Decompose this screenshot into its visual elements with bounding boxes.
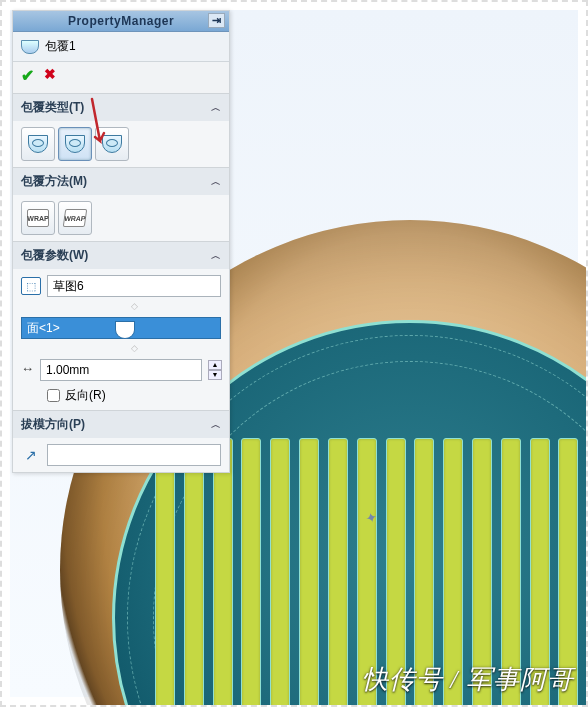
panel-title: PropertyManager ⇥ [13,11,229,32]
cancel-button[interactable]: ✖ [44,66,56,85]
wrap-method-analytical[interactable]: WRAP [21,201,55,235]
wrap-type-emboss[interactable] [21,127,55,161]
slider-handle-icon[interactable]: ◇ [47,301,221,311]
chevron-up-icon: ︿ [211,418,221,432]
reverse-checkbox-row[interactable]: 反向(R) [47,387,221,404]
section-wrap-method[interactable]: 包覆方法(M)︿ [13,168,229,195]
distance-icon: ↔ [21,361,34,379]
section-wrap-type[interactable]: 包覆类型(T)︿ [13,94,229,121]
direction-arrow-icon: ↗ [21,447,41,463]
pull-direction-field[interactable] [47,444,221,466]
section-pull-direction[interactable]: 拔模方向(P)︿ [13,411,229,438]
distance-input[interactable] [40,359,202,381]
chevron-up-icon: ︿ [211,175,221,189]
wrap-method-spline[interactable]: WRAP [58,201,92,235]
property-manager-panel: PropertyManager ⇥ 包覆1 ✔ ✖ 包覆类型(T)︿ 包覆方法(… [12,10,230,473]
slider-handle-icon[interactable]: ◇ [47,343,221,353]
wrap-type-scribe[interactable] [95,127,129,161]
spin-down[interactable]: ▼ [208,370,222,380]
chevron-up-icon: ︿ [211,249,221,263]
sketch-icon: ⬚ [21,277,41,295]
feature-name: 包覆1 [45,38,76,55]
section-wrap-params[interactable]: 包覆参数(W)︿ [13,242,229,269]
chevron-up-icon: ︿ [211,101,221,115]
watermark-text: 快传号 / 军事阿哥 [362,662,574,697]
source-sketch-field[interactable]: 草图6 [47,275,221,297]
ok-button[interactable]: ✔ [21,66,34,85]
pin-icon[interactable]: ⇥ [208,13,226,28]
spin-up[interactable]: ▲ [208,360,222,370]
reverse-checkbox[interactable] [47,389,60,402]
wrap-type-deboss[interactable] [58,127,92,161]
face-select-icon [115,321,135,339]
wrap-feature-icon [21,40,39,54]
